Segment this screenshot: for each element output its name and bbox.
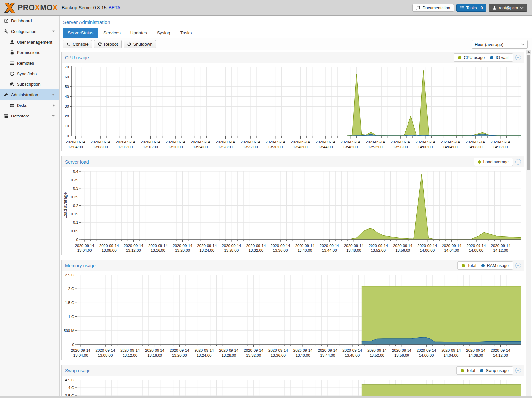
svg-text:2 G: 2 G [68,287,74,291]
charts-scroll-area: CPU usage CPU usageIO wait 0102030405060… [60,50,532,396]
svg-text:2020-09-14: 2020-09-14 [344,244,364,248]
tab-tasks[interactable]: Tasks [175,28,197,38]
svg-text:13:40:00: 13:40:00 [298,249,312,252]
svg-text:2.5 G: 2.5 G [65,273,74,277]
svg-text:13:28:00: 13:28:00 [218,145,233,149]
svg-text:30: 30 [65,104,69,108]
chart-legend[interactable]: TotalRAM usage [457,261,513,270]
svg-text:60: 60 [65,75,69,79]
svg-text:2020-09-14: 2020-09-14 [491,348,510,352]
svg-text:13:36:00: 13:36:00 [268,145,283,149]
svg-text:500 M: 500 M [64,329,74,333]
legend-item[interactable]: Total [462,263,476,268]
scrollbar-thumb[interactable] [527,55,530,170]
legend-label: Total [466,368,475,373]
collapse-panel-icon[interactable] [515,368,521,373]
scroll-up-arrow[interactable] [526,50,531,54]
tasks-button[interactable]: Tasks 0 [456,4,487,12]
svg-text:13:08:00: 13:08:00 [98,353,113,357]
panel-title: Swap usage [65,368,90,373]
chart-legend[interactable]: CPU usageIO wait [454,53,513,62]
svg-text:13:16:00: 13:16:00 [147,353,162,357]
tab-updates[interactable]: Updates [125,28,152,38]
svg-text:13:12:00: 13:12:00 [123,353,137,357]
sidebar-item-user-management[interactable]: User Management [0,37,59,47]
gears-icon [4,29,9,34]
legend-label: Load average [483,160,509,164]
page-title: Server Administration [63,19,532,25]
tab-serverstatus[interactable]: ServerStatus [63,28,98,38]
chart-legend[interactable]: TotalSwap usage [456,366,513,375]
svg-text:13:28:00: 13:28:00 [222,353,236,357]
proxmox-x-logo-icon [3,3,17,13]
legend-item[interactable]: Swap usage [480,368,509,373]
list-icon [460,6,464,10]
documentation-button[interactable]: Documentation [412,4,454,12]
svg-text:13:52:00: 13:52:00 [368,145,383,149]
legend-item[interactable]: RAM usage [481,263,509,268]
sidebar-item-administration[interactable]: Administration [0,89,59,100]
collapse-panel-icon[interactable] [515,159,521,165]
svg-text:2020-09-14: 2020-09-14 [441,348,461,352]
chart-legend[interactable]: Load average [474,158,513,166]
rotate-left-icon [98,42,102,46]
wrench-icon [4,92,9,97]
svg-text:2020-09-14: 2020-09-14 [391,140,410,144]
tab-services[interactable]: Services [98,28,125,38]
svg-text:2020-09-14: 2020-09-14 [71,348,90,352]
svg-text:2020-09-14: 2020-09-14 [417,244,437,248]
svg-text:0.05: 0.05 [71,229,78,233]
svg-text:2020-09-14: 2020-09-14 [91,140,110,144]
brand-wordmark: PROXMOX [18,3,58,12]
svg-text:2020-09-14: 2020-09-14 [266,140,285,144]
svg-text:4.5 G: 4.5 G [65,378,74,382]
svg-text:13:32:00: 13:32:00 [249,249,264,252]
sidebar-item-disks[interactable]: Disks [0,100,59,111]
power-icon [127,42,131,46]
user-icon [492,6,497,10]
sidebar-item-sync-jobs[interactable]: Sync Jobs [0,68,59,79]
svg-text:2020-09-14: 2020-09-14 [490,140,510,144]
tab-syslog[interactable]: Syslog [152,28,175,38]
reboot-button[interactable]: Reboot [94,40,122,48]
collapse-panel-icon[interactable] [515,55,521,60]
legend-item[interactable]: Total [461,368,475,373]
legend-item[interactable]: Load average [478,160,509,164]
svg-text:50: 50 [65,85,69,89]
svg-text:20: 20 [65,114,69,118]
svg-text:2020-09-14: 2020-09-14 [268,348,288,352]
svg-text:2020-09-14: 2020-09-14 [295,244,315,248]
chart-svg: 00.050.10.150.20.250.30.350.42020-09-141… [62,167,524,255]
vertical-scrollbar[interactable] [526,50,531,396]
svg-text:0.4: 0.4 [73,169,79,173]
chevron-down-icon [52,94,55,96]
svg-text:2020-09-14: 2020-09-14 [340,140,360,144]
svg-text:2020-09-14: 2020-09-14 [466,348,485,352]
svg-text:13:04:00: 13:04:00 [73,353,88,357]
sidebar-item-subscription[interactable]: Subscription [0,79,59,89]
legend-item[interactable]: CPU usage [458,55,485,60]
sidebar-item-datastore[interactable]: Datastore [0,111,59,121]
user-menu-button[interactable]: root@pam [489,4,527,12]
legend-item[interactable]: IO wait [490,55,509,60]
sidebar-item-permissions[interactable]: Permissions [0,47,59,58]
svg-text:13:56:00: 13:56:00 [394,353,409,357]
sidebar-item-configuration[interactable]: Configuration [0,26,59,37]
svg-text:2020-09-14: 2020-09-14 [219,348,238,352]
shutdown-button[interactable]: Shutdown [124,40,156,48]
console-button[interactable]: Console [63,40,92,48]
svg-text:2020-09-14: 2020-09-14 [145,348,164,352]
beta-link[interactable]: BETA [109,5,121,10]
svg-text:2020-09-14: 2020-09-14 [393,244,412,248]
svg-text:14:12:00: 14:12:00 [493,249,508,252]
sidebar-item-dashboard[interactable]: Dashboard [0,16,59,26]
sidebar-item-remotes[interactable]: Remotes [0,58,59,68]
collapse-panel-icon[interactable] [515,263,521,268]
svg-text:1.5 G: 1.5 G [65,301,74,305]
chart-svg: 0500 M1 G1.5 G2 G2.5 G2020-09-1413:04:00… [62,271,524,360]
svg-text:14:04:00: 14:04:00 [444,249,459,252]
svg-text:2020-09-14: 2020-09-14 [415,140,435,144]
time-range-select[interactable]: Hour (average) [472,40,528,49]
svg-text:2020-09-14: 2020-09-14 [366,140,385,144]
horizontal-scrollbar[interactable] [0,396,532,398]
